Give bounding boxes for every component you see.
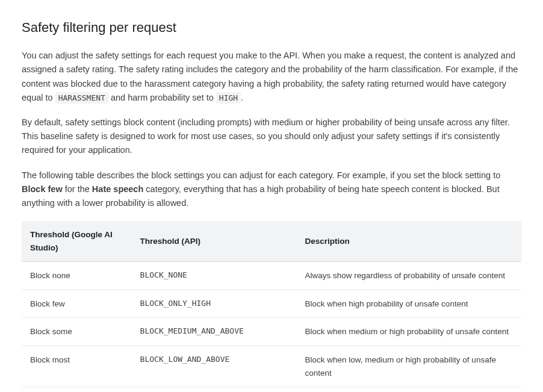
cell-studio: Block few xyxy=(22,290,132,318)
code-harassment: HARASSMENT xyxy=(55,92,108,104)
cell-description: Always show regardless of probability of… xyxy=(296,262,521,290)
table-row: Block few BLOCK_ONLY_HIGH Block when hig… xyxy=(22,290,521,318)
para1-mid: and harm probability set to xyxy=(108,93,216,102)
cell-studio: Block some xyxy=(22,318,132,346)
header-description: Description xyxy=(296,221,521,262)
cell-description: Block when high probability of unsafe co… xyxy=(296,290,521,318)
table-header-row: Threshold (Google AI Studio) Threshold (… xyxy=(22,221,521,262)
code-high: HIGH xyxy=(216,92,241,104)
table-row: Block most BLOCK_LOW_AND_ABOVE Block whe… xyxy=(22,346,521,387)
table-row: Block none BLOCK_NONE Always show regard… xyxy=(22,262,521,290)
threshold-table: Threshold (Google AI Studio) Threshold (… xyxy=(22,221,521,392)
cell-description: Block when low, medium or high probabili… xyxy=(296,346,521,387)
cell-description: Threshold is unspecified, block using de… xyxy=(296,387,521,392)
intro-paragraph-1: You can adjust the safety settings for e… xyxy=(22,49,521,105)
para3-pre: The following table describes the block … xyxy=(22,170,500,180)
para3-bold-blockfew: Block few xyxy=(22,184,63,194)
header-threshold-studio: Threshold (Google AI Studio) xyxy=(22,221,132,262)
para3-bold-hatespeech: Hate speech xyxy=(92,184,143,194)
cell-studio: Block most xyxy=(22,346,132,387)
table-row: Block some BLOCK_MEDIUM_AND_ABOVE Block … xyxy=(22,318,521,346)
cell-api: BLOCK_ONLY_HIGH xyxy=(132,290,297,318)
para1-post: . xyxy=(241,93,243,102)
cell-studio: N/A xyxy=(22,387,132,392)
cell-api: HARM_BLOCK_THRESHOLD_ UNSPECIFIED xyxy=(132,387,297,392)
cell-api: BLOCK_LOW_AND_ABOVE xyxy=(132,346,297,387)
section-heading: Safety filtering per request xyxy=(22,17,521,38)
table-row: N/A HARM_BLOCK_THRESHOLD_ UNSPECIFIED Th… xyxy=(22,387,521,392)
intro-paragraph-2: By default, safety settings block conten… xyxy=(22,116,521,158)
cell-studio: Block none xyxy=(22,262,132,290)
cell-description: Block when medium or high probability of… xyxy=(296,318,521,346)
cell-api: BLOCK_NONE xyxy=(132,262,297,290)
para3-mid1: for the xyxy=(63,184,92,194)
intro-paragraph-3: The following table describes the block … xyxy=(22,169,521,211)
cell-api: BLOCK_MEDIUM_AND_ABOVE xyxy=(132,318,297,346)
header-threshold-api: Threshold (API) xyxy=(132,221,297,262)
